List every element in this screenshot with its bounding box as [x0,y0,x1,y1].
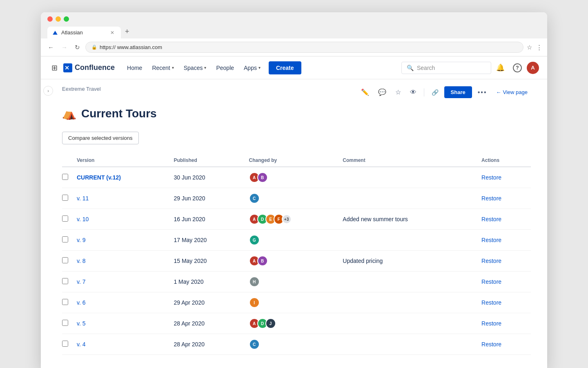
sidebar-toggle-button[interactable]: › [43,86,53,96]
confluence-logo[interactable]: ✕ Confluence [63,63,115,72]
comment-button[interactable]: 💬 [375,86,390,99]
user-avatar[interactable]: A [527,62,539,74]
comment-icon: 💬 [378,89,386,96]
restore-button[interactable]: Restore [481,195,501,202]
actions-cell: Restore [481,188,531,209]
search-input[interactable]: 🔍 Search [401,62,491,74]
version-link[interactable]: v. 7 [77,278,86,285]
maximize-button[interactable] [64,16,69,22]
avatar: B [257,172,268,183]
version-link[interactable]: v. 11 [77,195,89,202]
minimize-button[interactable] [56,16,61,22]
notification-button[interactable]: 🔔 [493,61,508,74]
help-button[interactable]: ? [510,61,525,75]
bookmark-icon[interactable]: ☆ [527,44,532,51]
version-checkbox[interactable] [62,195,68,201]
help-icon: ? [513,63,522,72]
version-link[interactable]: v. 10 [77,216,89,222]
changed-by-cell: AB [249,167,343,188]
search-placeholder: Search [417,65,435,71]
breadcrumb-link[interactable]: Eextreme Travel [62,86,101,92]
url-bar[interactable]: 🔒 https:// www.atlassian.com [85,42,523,53]
create-button[interactable]: Create [269,61,301,74]
comment-cell [343,188,481,209]
watch-button[interactable]: 👁 [407,86,420,99]
recent-nav-link[interactable]: Recent ▾ [148,61,178,74]
version-checkbox[interactable] [62,341,68,347]
version-checkbox[interactable] [62,215,68,222]
table-row: CURRENT (v.12)30 Jun 2020ABRestore [62,167,531,188]
browser-more-icon[interactable]: ⋮ [536,44,542,51]
restore-button[interactable]: Restore [481,174,501,181]
more-actions-button[interactable]: ••• [474,86,490,99]
compare-versions-button[interactable]: Compare selected versions [62,132,139,144]
table-row: v. 1129 Jun 2020CRestore [62,188,531,209]
version-link[interactable]: v. 6 [77,299,86,306]
row-checkbox-cell [62,272,77,292]
row-checkbox-cell [62,292,77,313]
version-cell: v. 6 [77,292,174,313]
restore-button[interactable]: Restore [481,258,501,264]
published-cell: 30 Jun 2020 [174,167,249,188]
reload-button[interactable]: ↻ [73,43,82,52]
restore-button[interactable]: Restore [481,216,501,222]
published-cell: 28 Apr 2020 [174,334,249,355]
version-cell: CURRENT (v.12) [77,167,174,188]
browser-tab[interactable]: Atlassian ✕ [47,27,121,38]
comment-cell [343,334,481,355]
changed-by-cell: H [249,272,343,292]
edit-icon: ✏️ [361,89,369,96]
view-page-button[interactable]: ← ← View page View page [493,86,531,98]
home-nav-link[interactable]: Home [123,61,146,74]
actions-cell: Restore [481,167,531,188]
restore-button[interactable]: Restore [481,278,501,285]
version-cell: v. 8 [77,251,174,272]
page-title-row: ⛺ Current Tours [62,107,531,120]
star-button[interactable]: ☆ [392,86,404,99]
share-button[interactable]: Share [444,86,472,98]
actions-cell: Restore [481,230,531,251]
restore-button[interactable]: Restore [481,237,501,243]
version-link[interactable]: v. 5 [77,320,86,327]
version-link[interactable]: v. 4 [77,341,86,348]
avatar-group: AB [249,256,338,266]
version-checkbox[interactable] [62,278,68,284]
avatar-group: I [249,297,338,308]
apps-nav-link[interactable]: Apps ▾ [240,61,265,74]
spaces-nav-link[interactable]: Spaces ▾ [180,61,211,74]
comment-cell: Updated pricing [343,251,481,272]
comment-cell [343,230,481,251]
published-cell: 17 May 2020 [174,230,249,251]
restore-button[interactable]: Restore [481,299,501,306]
back-button[interactable]: ← [46,43,56,52]
new-tab-button[interactable]: + [122,26,133,38]
version-link[interactable]: v. 9 [77,237,86,243]
svg-text:✕: ✕ [65,65,69,71]
copy-icon: 🔗 [432,89,439,96]
forward-button[interactable]: → [59,43,69,52]
restore-button[interactable]: Restore [481,320,501,327]
edit-button[interactable]: ✏️ [358,86,372,99]
published-cell: 16 Jun 2020 [174,209,249,230]
table-row: v. 1016 Jun 2020ADEF+3Added new summer t… [62,209,531,230]
version-checkbox[interactable] [62,320,68,326]
grid-icon-button[interactable]: ⊞ [49,61,60,75]
version-checkbox[interactable] [62,257,68,263]
col-actions: Actions [481,154,531,167]
copy-link-button[interactable]: 🔗 [428,86,442,99]
version-checkbox[interactable] [62,236,68,242]
people-nav-link[interactable]: People [212,61,238,74]
restore-button[interactable]: Restore [481,341,501,348]
version-checkbox[interactable] [62,174,68,180]
col-published: Published [174,154,249,167]
version-link[interactable]: v. 8 [77,258,86,264]
tab-title: Atlassian [61,29,83,36]
avatar: C [249,193,260,204]
tab-close-icon[interactable]: ✕ [110,30,114,36]
page-emoji: ⛺ [62,107,76,120]
close-button[interactable] [47,16,53,22]
version-checkbox[interactable] [62,299,68,305]
version-link[interactable]: CURRENT (v.12) [77,174,121,181]
avatar: G [249,235,260,245]
actions-cell: Restore [481,272,531,292]
